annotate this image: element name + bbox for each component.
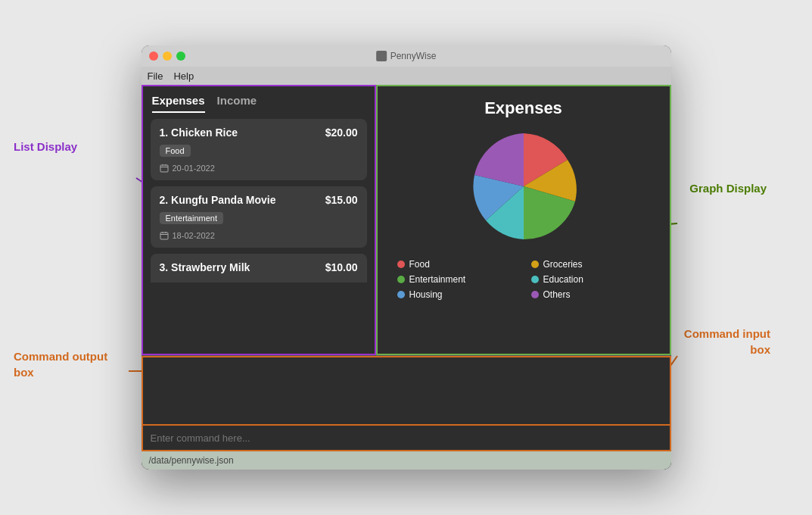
svg-rect-0 — [160, 165, 168, 172]
legend-housing: Housing — [397, 289, 516, 300]
legend-entertainment: Entertainment — [397, 274, 516, 285]
tab-income[interactable]: Income — [217, 94, 257, 113]
minimize-button[interactable] — [163, 52, 172, 61]
tab-bar: Expenses Income — [143, 86, 375, 113]
command-input-box[interactable] — [142, 424, 671, 451]
pie-chart — [463, 126, 584, 247]
item-1-category: Food — [160, 145, 191, 157]
item-1-name: 1. Chicken Rice — [160, 126, 238, 139]
annotation-list-display: List Display — [14, 140, 77, 153]
titlebar: PennyWise — [142, 45, 671, 67]
legend-others: Others — [531, 289, 650, 300]
item-2-amount: $15.00 — [325, 194, 358, 206]
expense-item-1[interactable]: 1. Chicken Rice $20.00 Food — [151, 119, 367, 180]
chart-legend: Food Groceries Entertainment Educat — [390, 259, 658, 300]
legend-dot-entertainment — [397, 276, 405, 283]
annotation-cmd-output: Command outputbox — [14, 348, 107, 380]
legend-dot-groceries — [531, 261, 539, 268]
bottom-section — [142, 355, 671, 451]
item-1-amount: $20.00 — [325, 126, 358, 139]
app-icon — [376, 51, 387, 61]
tab-expenses[interactable]: Expenses — [152, 94, 205, 113]
traffic-lights — [149, 52, 185, 61]
calendar-icon-2 — [160, 231, 169, 240]
graph-panel: Expenses — [376, 85, 671, 355]
main-content: Expenses Income 1. Chicken Rice $20.00 — [142, 85, 671, 470]
graph-title: Expenses — [484, 98, 562, 118]
status-bar: /data/pennywise.json — [142, 451, 671, 470]
window-title: PennyWise — [376, 51, 437, 61]
close-button[interactable] — [149, 52, 158, 61]
annotation-cmd-input: Command inputbox — [684, 326, 770, 357]
annotation-graph-display: Graph Display — [689, 182, 767, 195]
legend-dot-food — [397, 261, 405, 268]
legend-dot-others — [531, 291, 539, 298]
list-panel: Expenses Income 1. Chicken Rice $20.00 — [142, 85, 376, 355]
legend-food: Food — [397, 259, 516, 270]
expense-item-3[interactable]: 3. Strawberry Milk $10.00 — [151, 254, 367, 282]
menu-file[interactable]: File — [148, 70, 163, 82]
legend-education: Education — [531, 274, 650, 285]
command-output-box — [142, 356, 671, 424]
legend-dot-education — [531, 276, 539, 283]
item-2-category: Entertainment — [160, 212, 223, 224]
top-section: Expenses Income 1. Chicken Rice $20.00 — [142, 85, 671, 355]
svg-rect-4 — [160, 233, 168, 239]
expense-list: 1. Chicken Rice $20.00 Food — [143, 113, 375, 354]
item-3-name: 3. Strawberry Milk — [160, 261, 250, 273]
item-1-date: 20-01-2022 — [160, 164, 358, 173]
expense-item-2[interactable]: 2. Kungfu Panda Movie $15.00 Entertainme… — [151, 186, 367, 248]
legend-groceries: Groceries — [531, 259, 650, 270]
calendar-icon — [160, 164, 169, 173]
menubar: File Help — [142, 67, 671, 85]
legend-dot-housing — [397, 291, 405, 298]
item-3-amount: $10.00 — [325, 261, 358, 273]
item-2-name: 2. Kungfu Panda Movie — [160, 194, 276, 206]
command-input[interactable] — [151, 432, 662, 444]
app-window: PennyWise File Help Expenses Income — [142, 45, 671, 470]
item-2-date: 18-02-2022 — [160, 231, 358, 240]
menu-help[interactable]: Help — [173, 70, 194, 82]
maximize-button[interactable] — [176, 52, 185, 61]
status-path: /data/pennywise.json — [149, 455, 234, 466]
